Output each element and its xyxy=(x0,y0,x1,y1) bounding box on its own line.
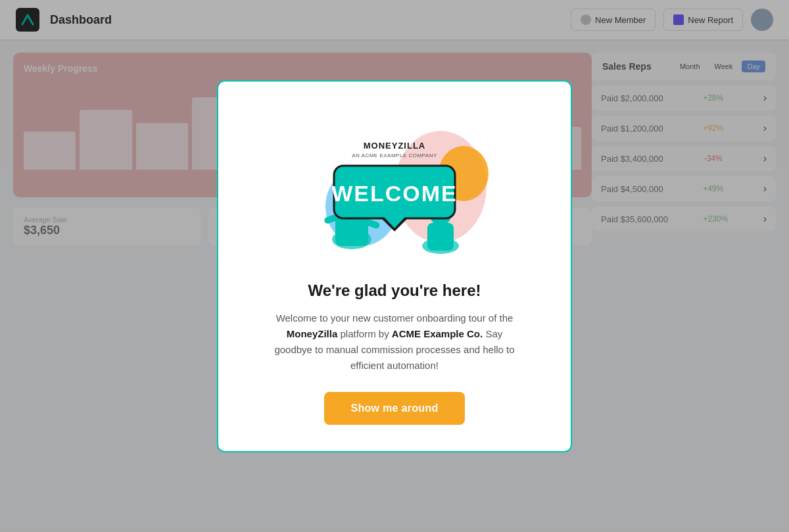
modal-body-mid: platform by xyxy=(340,328,391,339)
modal-company-name: ACME Example Co. xyxy=(392,328,483,339)
modal-body-intro: Welcome to your new customer onboarding … xyxy=(276,312,514,324)
svg-text:AN ACME EXAMPLE COMPANY: AN ACME EXAMPLE COMPANY xyxy=(352,153,437,158)
svg-text:MONEYZILLA: MONEYZILLA xyxy=(364,141,426,151)
svg-rect-7 xyxy=(427,223,454,251)
welcome-illustration: MONEYZILLA AN ACME EXAMPLE COMPANY WELCO… xyxy=(289,108,500,266)
welcome-modal: MONEYZILLA AN ACME EXAMPLE COMPANY WELCO… xyxy=(217,80,572,452)
modal-body: Welcome to your new customer onboarding … xyxy=(270,310,519,374)
modal-heading: We're glad you're here! xyxy=(308,281,481,300)
modal-brand-name: MoneyZilla xyxy=(287,328,338,339)
svg-text:WELCOME: WELCOME xyxy=(331,181,458,206)
show-me-around-button[interactable]: Show me around xyxy=(324,392,464,425)
